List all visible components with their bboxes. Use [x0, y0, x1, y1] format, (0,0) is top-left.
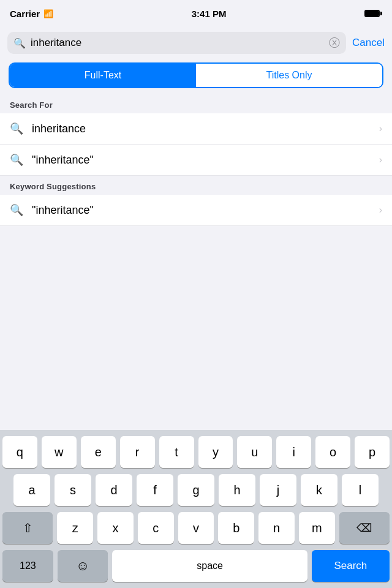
result-text-2: "inheritance"	[32, 154, 371, 167]
search-bar-icon: 🔍	[13, 37, 26, 49]
key-v[interactable]: v	[178, 512, 214, 544]
result-search-icon-3: 🔍	[10, 203, 23, 217]
battery-icon	[364, 10, 382, 17]
key-i[interactable]: i	[276, 436, 311, 468]
key-x[interactable]: x	[97, 512, 134, 544]
search-bar: 🔍 ⓧ Cancel	[0, 27, 392, 59]
key-s[interactable]: s	[55, 474, 91, 506]
search-input-wrapper: 🔍 ⓧ	[7, 32, 346, 54]
keyword-suggestions-header: Keyword Suggestions	[0, 176, 392, 195]
carrier-label: Carrier 📶	[10, 9, 53, 19]
keyboard-row-2: a s d f g h j k l	[0, 474, 392, 506]
search-for-header: Search For	[0, 94, 392, 113]
search-input[interactable]	[31, 37, 324, 49]
key-g[interactable]: g	[178, 474, 214, 506]
key-y[interactable]: y	[198, 436, 233, 468]
numbers-key[interactable]: 123	[2, 550, 53, 582]
time-label: 3:41 PM	[192, 9, 227, 19]
key-m[interactable]: m	[299, 512, 335, 544]
carrier-text: Carrier	[10, 9, 40, 19]
key-p[interactable]: p	[355, 436, 390, 468]
key-c[interactable]: c	[138, 512, 174, 544]
keyboard-row-1: q w e r t y u i o p	[0, 436, 392, 468]
key-n[interactable]: n	[258, 512, 295, 544]
search-key[interactable]: Search	[312, 550, 390, 582]
key-t[interactable]: t	[159, 436, 194, 468]
result-text-1: inheritance	[32, 123, 371, 135]
key-u[interactable]: u	[237, 436, 272, 468]
key-j[interactable]: j	[260, 474, 296, 506]
search-result-inheritance[interactable]: 🔍 inheritance ›	[0, 113, 392, 145]
search-result-inheritance-quoted[interactable]: 🔍 "inheritance" ›	[0, 145, 392, 176]
space-key[interactable]: space	[112, 550, 307, 582]
key-d[interactable]: d	[96, 474, 132, 506]
segmented-control: Full-Text Titles Only	[9, 62, 383, 88]
key-r[interactable]: r	[120, 436, 155, 468]
key-l[interactable]: l	[342, 474, 379, 506]
key-q[interactable]: q	[2, 436, 37, 468]
clear-button[interactable]: ⓧ	[329, 37, 340, 48]
chevron-icon-1: ›	[379, 123, 382, 134]
status-bar: Carrier 📶 3:41 PM	[0, 0, 392, 27]
result-search-icon-1: 🔍	[10, 122, 23, 135]
key-w[interactable]: w	[42, 436, 77, 468]
seg-fulltext-button[interactable]: Full-Text	[10, 64, 196, 87]
key-a[interactable]: a	[13, 474, 50, 506]
key-h[interactable]: h	[219, 474, 255, 506]
seg-titles-button[interactable]: Titles Only	[196, 64, 382, 87]
wifi-icon: 📶	[43, 9, 53, 18]
key-f[interactable]: f	[137, 474, 173, 506]
backspace-key[interactable]: ⌫	[339, 512, 390, 544]
keyboard-row-4: 123 ☺ space Search	[0, 550, 392, 582]
chevron-icon-3: ›	[379, 205, 382, 216]
result-text-3: "inheritance"	[32, 204, 371, 217]
key-b[interactable]: b	[218, 512, 254, 544]
result-search-icon-2: 🔍	[10, 153, 23, 167]
keyboard-row-3: ⇧ z x c v b n m ⌫	[0, 512, 392, 544]
key-e[interactable]: e	[81, 436, 116, 468]
key-o[interactable]: o	[315, 436, 350, 468]
key-k[interactable]: k	[301, 474, 337, 506]
cancel-button[interactable]: Cancel	[352, 37, 385, 49]
keyword-suggestion-inheritance[interactable]: 🔍 "inheritance" ›	[0, 195, 392, 226]
shift-key[interactable]: ⇧	[2, 512, 53, 544]
emoji-key[interactable]: ☺	[58, 550, 108, 582]
key-z[interactable]: z	[57, 512, 93, 544]
chevron-icon-2: ›	[379, 154, 382, 165]
keyboard: q w e r t y u i o p a s d f g h j k l ⇧ …	[0, 430, 392, 588]
